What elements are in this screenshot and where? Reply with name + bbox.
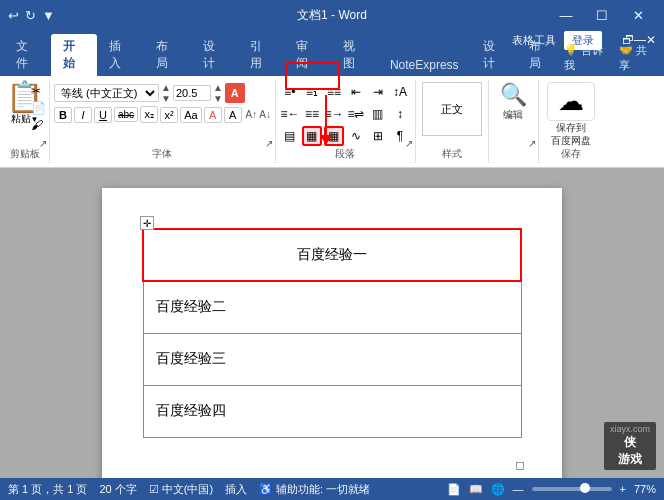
table-cell-4-1[interactable]: 百度经验四 — [143, 385, 521, 437]
quick-access[interactable]: ↩ ↻ ▼ — [8, 8, 55, 23]
style-normal[interactable]: 正文 — [422, 82, 482, 136]
save-section: ☁ 保存到百度网盘 保存 — [539, 80, 603, 163]
font-expand-btn[interactable]: ↗ — [265, 138, 273, 149]
styles-label: 样式 — [442, 147, 462, 161]
table-cell-2-1[interactable]: 百度经验二 — [143, 281, 521, 333]
tab-layout[interactable]: 布局 — [144, 34, 191, 76]
font-section: 等线 (中文正文) ▲▼ ▲▼ A B I U abc x₂ x² Aa A A… — [50, 80, 276, 163]
decrease-indent-button[interactable]: ⇤ — [346, 82, 366, 102]
align-center-button[interactable]: ≡≡ — [302, 104, 322, 124]
window-title: 文档1 - Word — [297, 7, 367, 24]
view-normal-icon[interactable]: 📄 — [447, 483, 461, 496]
tab-table-design[interactable]: 设计 — [471, 34, 518, 76]
shading-button[interactable]: ∿ — [346, 126, 366, 146]
decrease-font-btn[interactable]: A↓ — [259, 109, 271, 120]
page-count: 第 1 页，共 1 页 — [8, 482, 87, 497]
tell-me-button[interactable]: 💡 告诉我 — [564, 43, 611, 73]
highlight-color-button[interactable]: A — [224, 107, 242, 123]
save-to-cloud-button[interactable]: ☁ — [547, 82, 595, 121]
editing-section: 🔍 编辑 ↗ — [489, 80, 539, 163]
table-row: 百度经验四 — [143, 385, 521, 437]
table-cell-1-1[interactable]: 百度经验一 — [143, 229, 521, 281]
check-icon: ☑ — [149, 483, 159, 496]
tab-file[interactable]: 文件 — [4, 34, 51, 76]
zoom-out-icon[interactable]: — — [513, 483, 524, 495]
red-box-indicator — [285, 62, 340, 90]
font-color-button[interactable]: A — [204, 107, 222, 123]
line-spacing-button[interactable]: ↕ — [390, 104, 410, 124]
tab-noteexpress[interactable]: NoteExpress — [378, 54, 471, 76]
minimize-button[interactable]: — — [548, 0, 584, 30]
subscript-button[interactable]: x₂ — [140, 106, 158, 123]
clipboard-label: 剪贴板 — [10, 147, 40, 161]
increase-indent-button[interactable]: ⇥ — [368, 82, 388, 102]
table-center-btn[interactable]: ▦ — [302, 126, 322, 146]
borders-button[interactable]: ⊞ — [368, 126, 388, 146]
document-area: ✛ 百度经验一 百度经验二 百度经验三 百度经验四 — [0, 168, 664, 478]
close-button[interactable]: ✕ — [620, 0, 656, 30]
font-size-stepper[interactable]: ▲▼ — [213, 82, 223, 104]
superscript-button[interactable]: x² — [160, 107, 178, 123]
zoom-slider[interactable] — [532, 487, 612, 491]
increase-font-btn[interactable]: A↑ — [246, 109, 258, 120]
change-case-button[interactable]: Aa — [180, 107, 201, 123]
window-controls[interactable]: — ☐ ✕ — [548, 0, 656, 30]
arrow-head — [320, 135, 332, 145]
tab-design[interactable]: 设计 — [191, 34, 238, 76]
tab-table-layout[interactable]: 布局 — [517, 34, 564, 76]
tab-insert[interactable]: 插入 — [97, 34, 144, 76]
underline-button[interactable]: U — [94, 107, 112, 123]
font-expand-icon[interactable]: ▲▼ — [161, 82, 171, 104]
save-section-label: 保存 — [561, 147, 581, 161]
language: ☑ 中文(中国) — [149, 482, 213, 497]
red-arrow — [320, 95, 332, 145]
font-section-label: 字体 — [152, 147, 172, 161]
font-size-input[interactable] — [173, 85, 211, 101]
font-color-highlight-btn[interactable]: A — [225, 83, 245, 103]
find-replace-icon[interactable]: 🔍 — [500, 82, 527, 108]
watermark-site: xiayx.com — [610, 424, 650, 434]
sort-button[interactable]: ↕A — [390, 82, 410, 102]
bold-button[interactable]: B — [54, 107, 72, 123]
table-cell-3-1[interactable]: 百度经验三 — [143, 333, 521, 385]
editing-label: 编辑 — [503, 108, 523, 122]
view-web-icon[interactable]: 🌐 — [491, 483, 505, 496]
table-border-btn1[interactable]: ▤ — [280, 126, 300, 146]
quick-access-dropdown[interactable]: ▼ — [42, 8, 55, 23]
document-page: ✛ 百度经验一 百度经验二 百度经验三 百度经验四 — [102, 188, 562, 478]
cut-icon[interactable]: ✂ — [31, 84, 46, 98]
maximize-button[interactable]: ☐ — [584, 0, 620, 30]
para-expand-btn[interactable]: ↗ — [405, 138, 413, 149]
table-move-handle[interactable]: ✛ — [140, 216, 154, 230]
editing-expand-btn[interactable]: ↗ — [528, 138, 536, 149]
paragraph-section: ≡• ≡₁ ≡≡ ⇤ ⇥ ↕A ≡← ≡≡ ≡→ ≡⇌ ▥ ↕ ▤ ▦ ▦ ∿ … — [276, 80, 416, 163]
align-left-button[interactable]: ≡← — [280, 104, 300, 124]
tab-references[interactable]: 引用 — [238, 34, 285, 76]
table-row: 百度经验三 — [143, 333, 521, 385]
font-name-select[interactable]: 等线 (中文正文) — [54, 84, 159, 102]
justify-button[interactable]: ≡⇌ — [346, 104, 366, 124]
zoom-thumb — [580, 483, 590, 493]
save-label: 保存到百度网盘 — [551, 121, 591, 147]
styles-section: 正文 样式 — [416, 80, 489, 163]
tab-home[interactable]: 开始 — [51, 34, 98, 76]
undo-icon[interactable]: ↩ — [8, 8, 19, 23]
clipboard-expand-icon[interactable]: ↗ — [39, 138, 47, 149]
redo-icon[interactable]: ↻ — [25, 8, 36, 23]
zoom-level[interactable]: 77% — [634, 483, 656, 495]
zoom-in-icon[interactable]: + — [620, 483, 626, 495]
accessibility-icon: ♿ — [259, 483, 273, 496]
table-resize-handle[interactable] — [516, 462, 524, 470]
watermark-logo: 侠游戏 — [610, 434, 650, 468]
format-painter-icon[interactable]: 🖌 — [31, 118, 46, 132]
strikethrough-button[interactable]: abc — [114, 107, 138, 122]
accessibility-status: ♿ 辅助功能: 一切就绪 — [259, 482, 370, 497]
italic-button[interactable]: I — [74, 107, 92, 123]
status-right: 📄 📖 🌐 — + 77% — [447, 483, 656, 496]
copy-icon[interactable]: 📄 — [31, 101, 46, 115]
view-read-icon[interactable]: 📖 — [469, 483, 483, 496]
title-bar: ↩ ↻ ▼ 文档1 - Word — ☐ ✕ — [0, 0, 664, 30]
share-button[interactable]: 🤝 共享 — [619, 43, 656, 73]
columns-button[interactable]: ▥ — [368, 104, 388, 124]
watermark: xiayx.com 侠游戏 — [604, 422, 656, 470]
